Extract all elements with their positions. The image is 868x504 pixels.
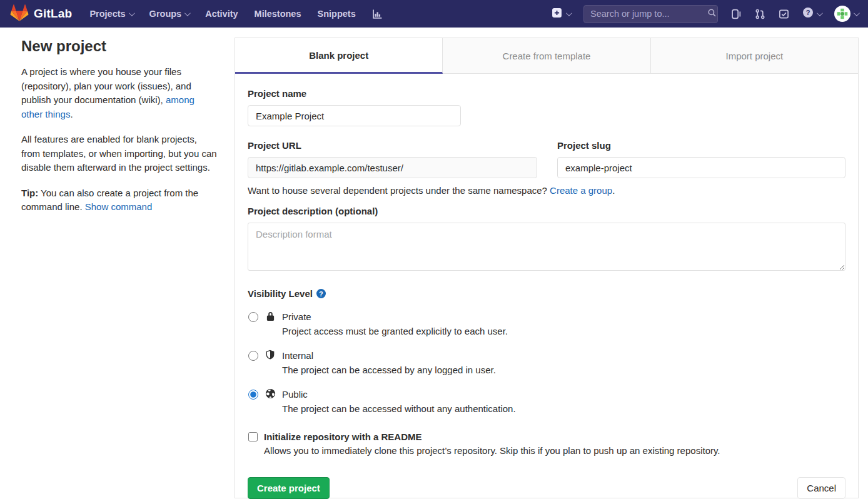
private-radio[interactable] bbox=[248, 312, 258, 322]
tip-paragraph: Tip: You can also create a project from … bbox=[21, 186, 218, 214]
visibility-option-internal: Internal The project can be accessed by … bbox=[248, 349, 845, 377]
gitlab-home-link[interactable]: GitLab bbox=[10, 4, 72, 24]
readme-label[interactable]: Initialize repository with a README bbox=[264, 430, 720, 444]
public-description: The project can be accessed without any … bbox=[282, 402, 516, 416]
readme-description: Allows you to immediately clone this pro… bbox=[264, 444, 720, 458]
blank-project-form: Project name Project URL Project slug Wa… bbox=[235, 74, 858, 499]
primary-nav: Projects Groups Activity Milestones Snip… bbox=[89, 9, 382, 19]
project-url-input[interactable] bbox=[248, 157, 537, 178]
chevron-down-icon bbox=[566, 10, 572, 16]
chevron-down-icon bbox=[184, 10, 191, 16]
new-project-panel: Blank project Create from template Impor… bbox=[235, 38, 859, 498]
show-command-link[interactable]: Show command bbox=[85, 201, 153, 212]
cancel-button[interactable]: Cancel bbox=[797, 477, 845, 499]
navbar-right: ? bbox=[552, 5, 858, 23]
project-type-tabs: Blank project Create from template Impor… bbox=[235, 38, 858, 74]
chevron-down-icon bbox=[817, 10, 823, 16]
project-description-input[interactable] bbox=[248, 223, 845, 271]
chevron-down-icon bbox=[854, 10, 860, 16]
new-project-intro: New project A project is where you house… bbox=[21, 38, 218, 226]
project-slug-label: Project slug bbox=[557, 140, 845, 151]
svg-text:?: ? bbox=[806, 9, 810, 16]
visibility-help-icon[interactable]: ? bbox=[316, 289, 326, 298]
chevron-down-icon bbox=[129, 10, 135, 16]
gitlab-tanuki-icon bbox=[10, 4, 29, 24]
visibility-option-private: Private Project access must be granted e… bbox=[248, 310, 845, 338]
page-title: New project bbox=[21, 38, 218, 55]
nav-snippets[interactable]: Snippets bbox=[318, 9, 356, 19]
shield-icon bbox=[265, 350, 276, 360]
chart-icon[interactable] bbox=[372, 9, 383, 19]
visibility-level-section: Visibility Level ? Private Project acces… bbox=[248, 288, 845, 416]
plus-square-icon bbox=[552, 8, 562, 21]
create-project-button[interactable]: Create project bbox=[248, 477, 330, 499]
namespace-hint: Want to house several dependent projects… bbox=[248, 185, 845, 196]
search-input[interactable] bbox=[590, 9, 707, 19]
project-description-label: Project description (optional) bbox=[248, 206, 845, 216]
tab-create-from-template[interactable]: Create from template bbox=[443, 38, 650, 74]
global-search[interactable] bbox=[583, 5, 718, 23]
project-url-label: Project URL bbox=[248, 140, 537, 151]
readme-option: Initialize repository with a README Allo… bbox=[248, 430, 845, 458]
project-slug-input[interactable] bbox=[557, 157, 845, 178]
intro-paragraph-2: All features are enabled for blank proje… bbox=[21, 133, 218, 175]
globe-icon bbox=[265, 388, 276, 399]
visibility-level-label: Visibility Level bbox=[248, 288, 313, 299]
internal-label[interactable]: Internal bbox=[282, 349, 496, 363]
project-name-input[interactable] bbox=[248, 105, 461, 126]
public-label[interactable]: Public bbox=[282, 388, 516, 401]
new-menu-button[interactable] bbox=[552, 8, 570, 21]
nav-groups[interactable]: Groups bbox=[149, 9, 189, 19]
help-icon: ? bbox=[802, 7, 814, 21]
public-radio[interactable] bbox=[248, 390, 258, 400]
help-menu-button[interactable]: ? bbox=[802, 7, 821, 21]
nav-activity[interactable]: Activity bbox=[205, 9, 238, 19]
user-menu-button[interactable] bbox=[834, 6, 858, 22]
tip-label: Tip: bbox=[21, 188, 38, 198]
internal-radio[interactable] bbox=[248, 351, 258, 361]
nav-projects[interactable]: Projects bbox=[89, 9, 133, 19]
issues-icon[interactable] bbox=[731, 9, 742, 19]
tab-blank-project[interactable]: Blank project bbox=[235, 38, 443, 74]
lock-icon bbox=[265, 311, 276, 321]
brand-name: GitLab bbox=[34, 7, 72, 21]
merge-request-icon[interactable] bbox=[755, 9, 765, 19]
private-label[interactable]: Private bbox=[282, 310, 508, 324]
create-a-group-link[interactable]: Create a group bbox=[550, 185, 612, 196]
form-actions: Create project Cancel bbox=[248, 477, 845, 499]
search-icon[interactable] bbox=[707, 8, 717, 20]
todos-icon[interactable] bbox=[779, 9, 789, 19]
nav-milestones[interactable]: Milestones bbox=[255, 9, 301, 19]
avatar bbox=[834, 6, 850, 22]
visibility-option-public: Public The project can be accessed witho… bbox=[248, 388, 845, 416]
private-description: Project access must be granted explicitl… bbox=[282, 325, 508, 338]
intro-paragraph-1: A project is where you house your files … bbox=[21, 65, 218, 121]
internal-description: The project can be accessed by any logge… bbox=[282, 363, 496, 377]
tab-import-project[interactable]: Import project bbox=[651, 38, 858, 74]
project-name-label: Project name bbox=[248, 88, 461, 99]
initialize-readme-checkbox[interactable] bbox=[248, 432, 258, 441]
top-navbar: GitLab Projects Groups Activity Mileston… bbox=[0, 0, 868, 28]
